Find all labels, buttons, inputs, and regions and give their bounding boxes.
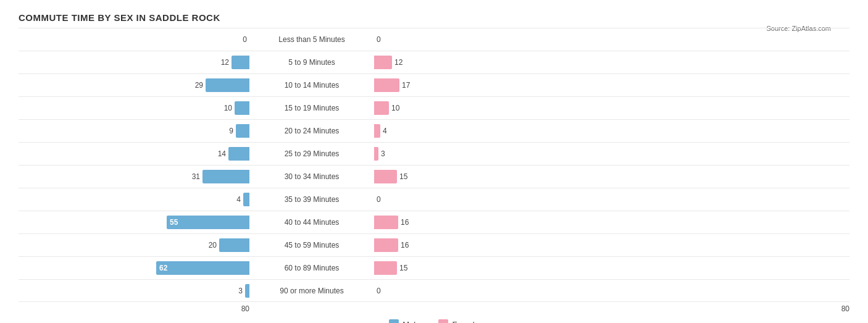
row-label: 90 or more Minutes xyxy=(253,287,370,295)
right-section: 17 xyxy=(370,78,849,92)
table-row: 1015 to 19 Minutes10 xyxy=(19,96,849,119)
table-row: 920 to 24 Minutes4 xyxy=(19,119,849,142)
table-row: 6260 to 89 Minutes15 xyxy=(19,256,849,279)
female-value: 17 xyxy=(402,81,415,90)
table-row: 2910 to 14 Minutes17 xyxy=(19,73,849,96)
right-section: 15 xyxy=(370,170,849,183)
male-legend-box xyxy=(389,319,399,323)
female-bar xyxy=(374,56,392,69)
right-section: 0 xyxy=(370,284,849,298)
male-bar xyxy=(219,238,249,252)
left-section: 55 xyxy=(19,216,253,229)
male-legend-label: Male xyxy=(403,320,420,324)
row-label: Less than 5 Minutes xyxy=(253,35,370,44)
axis-right-label: 80 xyxy=(841,304,849,313)
chart-area: 0Less than 5 Minutes0125 to 9 Minutes122… xyxy=(19,28,849,323)
female-value: 15 xyxy=(399,172,413,181)
table-row: 125 to 9 Minutes12 xyxy=(19,51,849,73)
female-bar xyxy=(374,238,398,252)
female-bar xyxy=(374,101,389,115)
row-label: 10 to 14 Minutes xyxy=(253,81,370,90)
left-section: 3 xyxy=(19,284,253,298)
female-bar xyxy=(374,147,378,161)
female-legend-label: Female xyxy=(452,320,478,324)
male-bar xyxy=(206,78,249,92)
table-row: 3130 to 34 Minutes15 xyxy=(19,165,849,188)
left-section: 31 xyxy=(19,170,253,183)
left-section: 12 xyxy=(19,56,253,69)
legend-male: Male xyxy=(389,319,420,323)
left-section: 14 xyxy=(19,147,253,161)
table-row: 435 to 39 Minutes0 xyxy=(19,188,849,211)
male-value: 12 xyxy=(215,58,229,67)
male-value-inside: 62 xyxy=(156,264,170,272)
female-bar xyxy=(374,216,398,229)
table-row: 1425 to 29 Minutes3 xyxy=(19,142,849,165)
female-value: 3 xyxy=(381,149,394,158)
axis-left-label: 80 xyxy=(241,304,249,313)
chart-title: COMMUTE TIME BY SEX IN SADDLE ROCK xyxy=(19,12,849,23)
left-section: 4 xyxy=(19,193,253,206)
female-value: 16 xyxy=(401,241,414,250)
female-value: 10 xyxy=(391,104,405,112)
male-value: 4 xyxy=(227,195,241,204)
left-section: 29 xyxy=(19,78,253,92)
left-section: 20 xyxy=(19,238,253,252)
left-section: 9 xyxy=(19,124,253,138)
female-bar xyxy=(374,170,397,183)
male-bar xyxy=(228,147,249,161)
male-value: 20 xyxy=(203,241,217,250)
female-value: 0 xyxy=(377,287,390,295)
row-label: 45 to 59 Minutes xyxy=(253,241,370,250)
male-bar xyxy=(243,193,249,206)
female-value: 4 xyxy=(383,127,396,135)
row-label: 35 to 39 Minutes xyxy=(253,195,370,204)
female-bar xyxy=(374,124,380,138)
right-section: 16 xyxy=(370,238,849,252)
right-section: 4 xyxy=(370,124,849,138)
left-section: 62 xyxy=(19,261,253,275)
legend: Male Female xyxy=(19,319,849,323)
female-value: 16 xyxy=(401,218,414,227)
female-value: 0 xyxy=(377,195,390,204)
right-section: 15 xyxy=(370,261,849,275)
male-value: 14 xyxy=(212,149,226,158)
male-value: 29 xyxy=(190,81,203,90)
male-value: 0 xyxy=(233,35,247,44)
male-bar xyxy=(245,284,249,298)
table-row: 5540 to 44 Minutes16 xyxy=(19,211,849,233)
legend-female: Female xyxy=(438,319,478,323)
axis-row: 80 80 xyxy=(19,304,849,313)
row-label: 30 to 34 Minutes xyxy=(253,172,370,181)
male-bar xyxy=(236,124,249,138)
female-value: 12 xyxy=(394,58,408,67)
row-label: 60 to 89 Minutes xyxy=(253,264,370,272)
female-bar xyxy=(374,261,397,275)
row-label: 15 to 19 Minutes xyxy=(253,104,370,112)
male-bar: 62 xyxy=(156,261,249,275)
right-section: 10 xyxy=(370,101,849,115)
right-section: 3 xyxy=(370,147,849,161)
row-label: 20 to 24 Minutes xyxy=(253,127,370,135)
female-value: 15 xyxy=(399,264,413,272)
female-bar xyxy=(374,78,399,92)
female-legend-box xyxy=(438,319,448,323)
right-section: 0 xyxy=(370,193,849,206)
left-section: 0 xyxy=(19,33,253,46)
male-bar xyxy=(202,170,249,183)
table-row: 0Less than 5 Minutes0 xyxy=(19,28,849,51)
female-value: 0 xyxy=(377,35,390,44)
row-label: 5 to 9 Minutes xyxy=(253,58,370,67)
right-section: 16 xyxy=(370,216,849,229)
right-section: 12 xyxy=(370,56,849,69)
table-row: 390 or more Minutes0 xyxy=(19,279,849,302)
male-value-inside: 55 xyxy=(167,218,181,227)
table-row: 2045 to 59 Minutes16 xyxy=(19,233,849,256)
male-bar xyxy=(232,56,249,69)
right-section: 0 xyxy=(370,33,849,46)
male-value: 10 xyxy=(219,104,232,112)
male-value: 9 xyxy=(220,127,233,135)
male-bar xyxy=(235,101,249,115)
male-value: 3 xyxy=(229,287,243,295)
row-label: 25 to 29 Minutes xyxy=(253,149,370,158)
